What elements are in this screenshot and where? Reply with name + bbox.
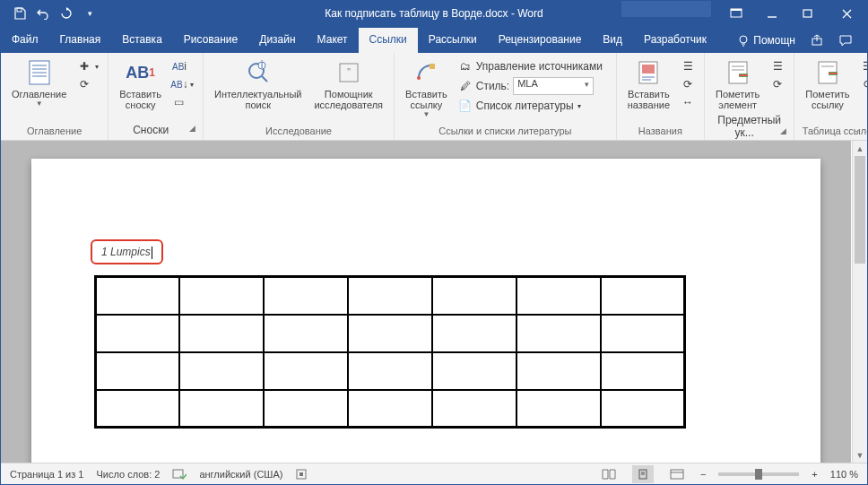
table-row[interactable] — [96, 315, 685, 352]
table-cell[interactable] — [179, 352, 264, 390]
zoom-in-icon[interactable]: + — [812, 469, 817, 480]
table-cell[interactable] — [516, 277, 601, 315]
insert-figure-table-button[interactable]: ☰ — [679, 58, 697, 74]
tab-layout[interactable]: Макет — [307, 28, 359, 53]
table-cell[interactable] — [601, 352, 685, 390]
table-cell[interactable] — [179, 390, 264, 428]
table-cell[interactable] — [601, 277, 685, 315]
table-cell[interactable] — [516, 352, 601, 390]
insert-toa-button[interactable]: ☰ — [859, 58, 868, 74]
table-row[interactable] — [96, 352, 685, 390]
table-cell[interactable] — [264, 352, 348, 390]
table-cell[interactable] — [96, 315, 180, 352]
page-indicator[interactable]: Страница 1 из 1 — [10, 469, 83, 480]
page[interactable]: 1 Lumpics — [31, 159, 820, 463]
dialog-launcher-icon[interactable]: ◢ — [780, 126, 786, 135]
insert-endnote-button[interactable]: ABi — [170, 58, 195, 74]
update-toa-button[interactable]: ⟳ — [859, 76, 868, 92]
collapse-ribbon-icon[interactable]: ⌃ — [855, 128, 862, 138]
tab-mailings[interactable]: Рассылки — [418, 28, 488, 53]
zoom-level[interactable]: 110 % — [830, 469, 858, 480]
scroll-up-icon[interactable]: ▲ — [853, 141, 867, 156]
table-cell[interactable] — [179, 315, 264, 352]
table-cell[interactable] — [432, 277, 516, 315]
zoom-slider[interactable] — [718, 472, 799, 476]
ribbon-options-icon[interactable] — [718, 1, 754, 26]
comments-icon[interactable] — [838, 33, 853, 48]
macro-indicator-icon[interactable] — [295, 468, 308, 481]
zoom-knob[interactable] — [755, 469, 762, 480]
table-cell[interactable] — [601, 315, 685, 352]
add-text-button[interactable]: ✚▾ — [75, 58, 100, 74]
save-icon[interactable] — [10, 4, 30, 23]
style-selector[interactable]: 🖉 Стиль: MLA — [456, 76, 609, 96]
scroll-thumb[interactable] — [855, 156, 865, 264]
show-notes-button[interactable]: ▭ — [170, 94, 195, 110]
table-row[interactable] — [96, 390, 685, 428]
table-cell[interactable] — [601, 390, 685, 428]
insert-footnote-button[interactable]: AB1 Вставить сноску — [116, 56, 165, 112]
cross-reference-button[interactable]: ↔ — [679, 94, 697, 110]
insert-caption-button[interactable]: Вставить название — [624, 56, 673, 112]
table-cell[interactable] — [96, 352, 180, 390]
table-cell[interactable] — [348, 315, 432, 352]
vertical-scrollbar[interactable]: ▲ ▼ — [852, 141, 867, 463]
undo-icon[interactable] — [33, 4, 53, 23]
tab-file[interactable]: Файл — [1, 28, 49, 53]
zoom-out-icon[interactable]: − — [700, 469, 706, 480]
table-cell[interactable] — [516, 390, 601, 428]
tab-home[interactable]: Главная — [49, 28, 112, 53]
tab-view[interactable]: Вид — [592, 28, 633, 53]
read-mode-icon[interactable] — [598, 465, 620, 483]
tell-me[interactable]: Помощн — [737, 34, 795, 47]
tab-developer[interactable]: Разработчик — [633, 28, 717, 53]
web-layout-icon[interactable] — [666, 465, 688, 483]
researcher-button[interactable]: ” Помощник исследователя — [310, 56, 386, 112]
tab-review[interactable]: Рецензирование — [488, 28, 593, 53]
table-cell[interactable] — [348, 390, 432, 428]
table-cell[interactable] — [432, 390, 516, 428]
next-footnote-button[interactable]: AB↓▾ — [170, 76, 195, 92]
style-value[interactable]: MLA — [513, 77, 594, 95]
table-cell[interactable] — [96, 390, 180, 428]
dialog-launcher-icon[interactable]: ◢ — [189, 124, 195, 133]
print-layout-icon[interactable] — [632, 465, 654, 483]
table-cell[interactable] — [432, 315, 516, 352]
bibliography-button[interactable]: 📄 Список литературы ▾ — [456, 98, 609, 114]
tab-references[interactable]: Ссылки — [359, 28, 418, 53]
language-indicator[interactable]: английский (США) — [199, 469, 282, 480]
minimize-icon[interactable] — [754, 1, 790, 26]
table-cell[interactable] — [179, 277, 264, 315]
tab-design[interactable]: Дизайн — [248, 28, 306, 53]
scroll-down-icon[interactable]: ▼ — [853, 447, 867, 463]
table-cell[interactable] — [432, 352, 516, 390]
insert-citation-button[interactable]: Вставить ссылку ▼ — [402, 56, 451, 120]
spellcheck-icon[interactable] — [172, 468, 187, 481]
table-cell[interactable] — [516, 315, 601, 352]
tab-insert[interactable]: Вставка — [111, 28, 173, 53]
smart-lookup-button[interactable]: i Интеллектуальный поиск — [211, 56, 305, 112]
table-row[interactable] — [96, 277, 685, 315]
mark-citation-button[interactable]: Пометить ссылку — [802, 56, 853, 112]
manage-sources-button[interactable]: 🗂 Управление источниками — [456, 58, 609, 74]
table-cell[interactable] — [264, 315, 348, 352]
maximize-icon[interactable] — [790, 1, 826, 26]
word-count[interactable]: Число слов: 2 — [96, 469, 160, 480]
table-caption[interactable]: 1 Lumpics — [91, 239, 163, 264]
toc-button[interactable]: Оглавление ▼ — [8, 56, 70, 109]
user-account[interactable] — [621, 1, 711, 17]
tab-draw[interactable]: Рисование — [173, 28, 248, 53]
table-cell[interactable] — [96, 277, 180, 315]
mark-entry-button[interactable]: Пометить элемент — [712, 56, 763, 112]
insert-index-button[interactable]: ☰ — [768, 58, 786, 74]
qat-customize-icon[interactable]: ▾ — [80, 4, 100, 23]
scroll-track[interactable] — [853, 156, 867, 447]
update-index-button[interactable]: ⟳ — [768, 76, 786, 92]
redo-icon[interactable] — [56, 4, 76, 23]
table-cell[interactable] — [348, 277, 432, 315]
close-icon[interactable] — [826, 1, 867, 26]
document-table[interactable] — [94, 275, 686, 429]
update-toc-button[interactable]: ⟳ — [75, 76, 100, 92]
table-cell[interactable] — [348, 352, 432, 390]
share-icon[interactable] — [810, 33, 824, 48]
